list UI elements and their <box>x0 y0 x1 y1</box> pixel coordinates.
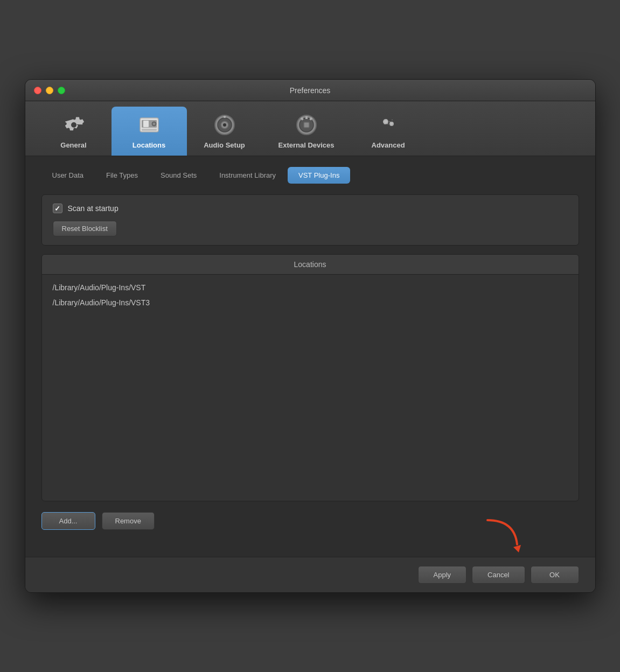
locations-panel: Locations /Library/Audio/Plug-Ins/VST /L… <box>41 254 579 501</box>
toolbar-general-label: General <box>60 141 86 149</box>
titlebar: Preferences <box>25 80 595 101</box>
options-box: ✓ Scan at startup Reset Blocklist <box>41 194 579 246</box>
toolbar-locations-label: Locations <box>133 141 165 149</box>
advanced-icon <box>375 112 401 138</box>
toolbar-item-external-devices[interactable]: External Devices <box>262 107 351 156</box>
add-button[interactable]: Add... <box>41 512 95 530</box>
ok-button[interactable]: OK <box>531 566 579 584</box>
remove-button[interactable]: Remove <box>102 512 155 530</box>
svg-rect-10 <box>224 116 226 118</box>
apply-button[interactable]: Apply <box>418 566 467 584</box>
close-button[interactable] <box>34 87 41 94</box>
locations-list: /Library/Audio/Plug-Ins/VST /Library/Aud… <box>42 275 579 501</box>
scan-startup-label: Scan at startup <box>68 204 119 213</box>
svg-point-5 <box>153 123 155 125</box>
main-toolbar: General Locations <box>25 101 595 156</box>
location-entry-0: /Library/Audio/Plug-Ins/VST <box>53 280 568 295</box>
svg-rect-14 <box>305 116 308 119</box>
toolbar-audio-label: Audio Setup <box>204 141 245 149</box>
subtab-sound-sets[interactable]: Sound Sets <box>150 167 207 184</box>
toolbar-item-general[interactable]: General <box>36 107 112 156</box>
traffic-lights <box>34 87 65 94</box>
toolbar-item-audio-setup[interactable]: Audio Setup <box>187 107 262 156</box>
svg-rect-3 <box>143 121 149 127</box>
disk-icon <box>136 112 162 138</box>
toolbar-ext-devices-label: External Devices <box>278 141 335 149</box>
scan-startup-row: ✓ Scan at startup <box>53 204 568 213</box>
svg-rect-2 <box>142 129 157 131</box>
window-title: Preferences <box>290 86 330 95</box>
main-content: User Data File Types Sound Sets Instrume… <box>25 156 595 557</box>
toolbar-item-advanced[interactable]: Advanced <box>351 107 426 156</box>
subtab-file-types[interactable]: File Types <box>95 167 149 184</box>
external-devices-icon <box>294 112 319 138</box>
maximize-button[interactable] <box>58 87 65 94</box>
cancel-button[interactable]: Cancel <box>472 566 525 584</box>
scan-startup-checkbox[interactable]: ✓ <box>53 204 62 213</box>
toolbar-advanced-label: Advanced <box>372 141 405 149</box>
subtab-bar: User Data File Types Sound Sets Instrume… <box>41 167 579 184</box>
minimize-button[interactable] <box>46 87 53 94</box>
arrow-annotation <box>482 515 525 560</box>
audio-icon <box>212 112 238 138</box>
subtab-vst-plugins[interactable]: VST Plug-Ins <box>288 167 350 184</box>
svg-rect-13 <box>304 122 309 128</box>
subtab-instrument-library[interactable]: Instrument Library <box>208 167 287 184</box>
reset-blocklist-button[interactable]: Reset Blocklist <box>53 221 117 236</box>
toolbar-item-locations[interactable]: Locations <box>112 107 187 156</box>
footer: Apply Cancel OK <box>25 557 595 592</box>
svg-point-9 <box>223 123 226 127</box>
locations-panel-header: Locations <box>42 255 579 275</box>
svg-marker-17 <box>513 545 521 552</box>
subtab-user-data[interactable]: User Data <box>41 167 95 184</box>
location-entry-1: /Library/Audio/Plug-Ins/VST3 <box>53 295 568 310</box>
preferences-window: Preferences General <box>25 79 596 593</box>
gear-icon <box>61 112 87 138</box>
